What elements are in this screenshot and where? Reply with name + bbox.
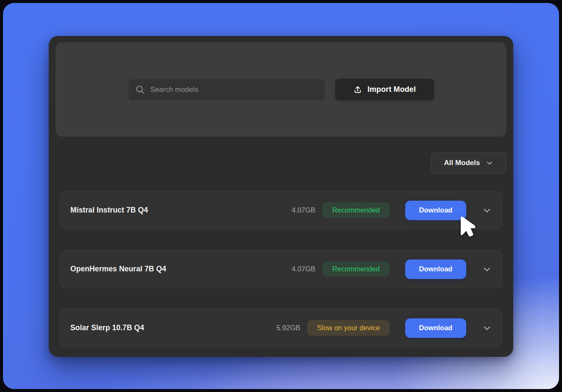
model-row-solar: Solar Slerp 10.7B Q4 5.92GB Slow on your… bbox=[60, 309, 502, 347]
search-field[interactable] bbox=[128, 79, 325, 100]
model-size: 4.07GB bbox=[292, 265, 315, 273]
row-right-group: 5.92GB Slow on your device Download bbox=[276, 318, 502, 338]
model-list: Mistral Instruct 7B Q4 4.07GB Recommende… bbox=[60, 191, 502, 347]
model-name: Solar Slerp 10.7B Q4 bbox=[70, 323, 144, 332]
model-size: 4.07GB bbox=[292, 206, 315, 214]
model-row-mistral: Mistral Instruct 7B Q4 4.07GB Recommende… bbox=[60, 191, 502, 229]
chevron-down-icon[interactable] bbox=[481, 264, 492, 275]
all-models-dropdown[interactable]: All Models bbox=[431, 152, 506, 174]
header-section: Import Model bbox=[56, 42, 506, 137]
upload-icon bbox=[353, 85, 362, 94]
chevron-down-icon[interactable] bbox=[481, 323, 492, 334]
download-button[interactable]: Download bbox=[405, 318, 466, 338]
desktop-background: Import Model All Models Mistral Instruct… bbox=[3, 3, 559, 389]
search-input[interactable] bbox=[150, 86, 318, 94]
download-button[interactable]: Download bbox=[405, 201, 466, 220]
model-name: Mistral Instruct 7B Q4 bbox=[70, 206, 148, 215]
model-name: OpenHermes Neural 7B Q4 bbox=[70, 265, 166, 273]
status-badge: Recommended bbox=[323, 202, 390, 218]
import-model-label: Import Model bbox=[367, 85, 416, 94]
status-badge: Slow on your device bbox=[307, 320, 390, 336]
status-badge: Recommended bbox=[323, 261, 390, 277]
search-icon bbox=[135, 85, 145, 94]
model-browser-window: Import Model All Models Mistral Instruct… bbox=[49, 36, 513, 357]
chevron-down-icon bbox=[485, 159, 494, 167]
download-button[interactable]: Download bbox=[405, 259, 466, 279]
row-right-group: 4.07GB Recommended Download bbox=[292, 201, 502, 220]
all-models-label: All Models bbox=[444, 159, 480, 167]
row-right-group: 4.07GB Recommended Download bbox=[292, 259, 502, 279]
model-size: 5.92GB bbox=[276, 324, 300, 332]
chevron-down-icon[interactable] bbox=[481, 205, 492, 216]
model-row-openhermes: OpenHermes Neural 7B Q4 4.07GB Recommend… bbox=[60, 250, 502, 288]
import-model-button[interactable]: Import Model bbox=[335, 79, 434, 100]
